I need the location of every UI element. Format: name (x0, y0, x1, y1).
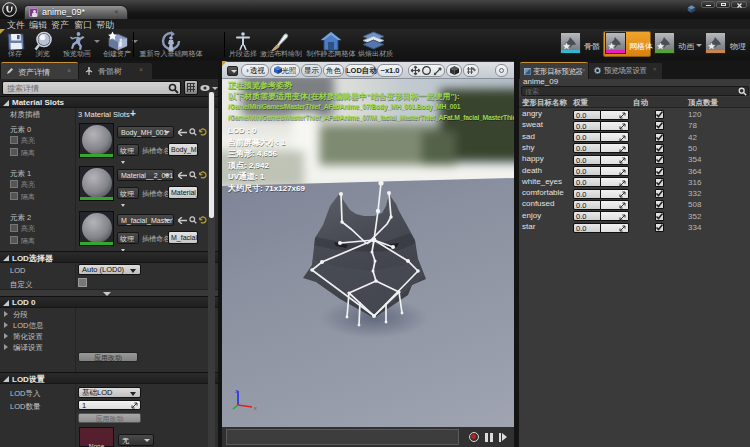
svg-text:z: z (235, 388, 238, 394)
svg-text:x: x (254, 405, 257, 411)
